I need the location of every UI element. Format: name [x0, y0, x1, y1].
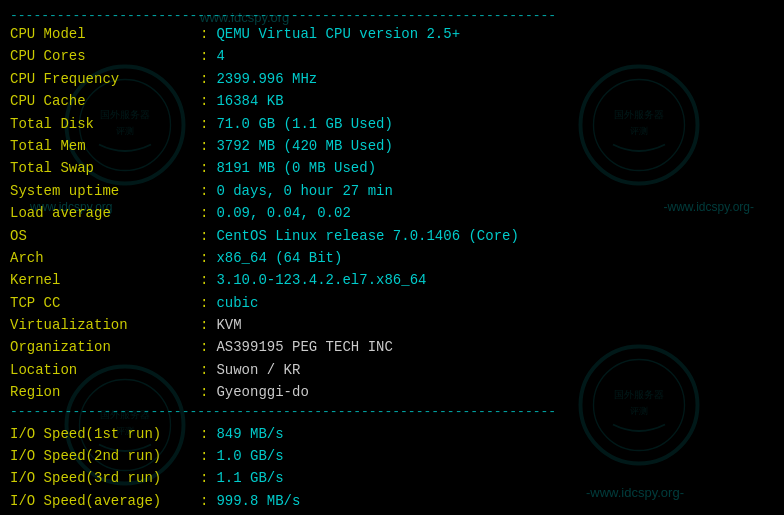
row-label: CPU Frequency [10, 68, 200, 90]
row-value: x86_64 (64 Bit) [216, 247, 342, 269]
row-label: Virtualization [10, 314, 200, 336]
table-row: Region: Gyeonggi-do [10, 381, 774, 403]
row-label: I/O Speed(3rd run) [10, 467, 200, 489]
system-info-section: CPU Model: QEMU Virtual CPU version 2.5+… [10, 23, 774, 404]
row-value: 2399.996 MHz [216, 68, 317, 90]
table-row: OS: CentOS Linux release 7.0.1406 (Core) [10, 225, 774, 247]
separator-top: ----------------------------------------… [10, 8, 774, 23]
table-row: Total Mem: 3792 MB (420 MB Used) [10, 135, 774, 157]
row-label: Region [10, 381, 200, 403]
row-label: CPU Cores [10, 45, 200, 67]
table-row: Total Swap: 8191 MB (0 MB Used) [10, 157, 774, 179]
row-label: Load average [10, 202, 200, 224]
separator-mid: ----------------------------------------… [10, 404, 774, 419]
row-value: AS399195 PEG TECH INC [216, 336, 392, 358]
row-value: QEMU Virtual CPU version 2.5+ [216, 23, 460, 45]
table-row: I/O Speed(2nd run): 1.0 GB/s [10, 445, 774, 467]
table-row: CPU Frequency: 2399.996 MHz [10, 68, 774, 90]
table-row: Virtualization: KVM [10, 314, 774, 336]
row-value: 3.10.0-123.4.2.el7.x86_64 [216, 269, 426, 291]
table-row: Location: Suwon / KR [10, 359, 774, 381]
row-label: I/O Speed(2nd run) [10, 445, 200, 467]
row-colon: : [200, 467, 208, 489]
row-label: Total Disk [10, 113, 200, 135]
table-row: TCP CC: cubic [10, 292, 774, 314]
row-colon: : [200, 247, 208, 269]
row-value: 3792 MB (420 MB Used) [216, 135, 392, 157]
table-row: Organization: AS399195 PEG TECH INC [10, 336, 774, 358]
row-value: 0.09, 0.04, 0.02 [216, 202, 350, 224]
row-label: I/O Speed(1st run) [10, 423, 200, 445]
row-label: I/O Speed(average) [10, 490, 200, 512]
row-value: CentOS Linux release 7.0.1406 (Core) [216, 225, 518, 247]
row-label: Total Mem [10, 135, 200, 157]
row-colon: : [200, 381, 208, 403]
table-row: Total Disk: 71.0 GB (1.1 GB Used) [10, 113, 774, 135]
row-value: Suwon / KR [216, 359, 300, 381]
row-value: 1.1 GB/s [216, 467, 283, 489]
row-colon: : [200, 292, 208, 314]
row-colon: : [200, 336, 208, 358]
row-value: cubic [216, 292, 258, 314]
row-value: 1.0 GB/s [216, 445, 283, 467]
row-colon: : [200, 490, 208, 512]
row-value: 999.8 MB/s [216, 490, 300, 512]
row-colon: : [200, 45, 208, 67]
table-row: CPU Cores: 4 [10, 45, 774, 67]
row-value: 4 [216, 45, 224, 67]
row-label: Organization [10, 336, 200, 358]
row-label: TCP CC [10, 292, 200, 314]
row-value: 8191 MB (0 MB Used) [216, 157, 376, 179]
row-colon: : [200, 225, 208, 247]
row-colon: : [200, 113, 208, 135]
row-label: Arch [10, 247, 200, 269]
table-row: I/O Speed(1st run): 849 MB/s [10, 423, 774, 445]
row-colon: : [200, 314, 208, 336]
row-value: Gyeonggi-do [216, 381, 308, 403]
table-row: Load average: 0.09, 0.04, 0.02 [10, 202, 774, 224]
row-label: CPU Cache [10, 90, 200, 112]
row-value: 849 MB/s [216, 423, 283, 445]
row-value: 0 days, 0 hour 27 min [216, 180, 392, 202]
row-label: CPU Model [10, 23, 200, 45]
table-row: I/O Speed(average): 999.8 MB/s [10, 490, 774, 512]
row-colon: : [200, 180, 208, 202]
table-row: CPU Cache: 16384 KB [10, 90, 774, 112]
table-row: CPU Model: QEMU Virtual CPU version 2.5+ [10, 23, 774, 45]
row-label: System uptime [10, 180, 200, 202]
row-colon: : [200, 202, 208, 224]
row-label: Total Swap [10, 157, 200, 179]
row-label: Location [10, 359, 200, 381]
row-value: 71.0 GB (1.1 GB Used) [216, 113, 392, 135]
row-colon: : [200, 359, 208, 381]
table-row: I/O Speed(3rd run): 1.1 GB/s [10, 467, 774, 489]
table-row: System uptime: 0 days, 0 hour 27 min [10, 180, 774, 202]
row-value: 16384 KB [216, 90, 283, 112]
io-speed-section: I/O Speed(1st run): 849 MB/sI/O Speed(2n… [10, 423, 774, 513]
row-colon: : [200, 423, 208, 445]
row-colon: : [200, 68, 208, 90]
table-row: Kernel: 3.10.0-123.4.2.el7.x86_64 [10, 269, 774, 291]
table-row: Arch: x86_64 (64 Bit) [10, 247, 774, 269]
row-colon: : [200, 157, 208, 179]
row-value: KVM [216, 314, 241, 336]
row-colon: : [200, 23, 208, 45]
row-label: Kernel [10, 269, 200, 291]
row-colon: : [200, 269, 208, 291]
terminal-output: ----------------------------------------… [0, 0, 784, 515]
row-label: OS [10, 225, 200, 247]
row-colon: : [200, 90, 208, 112]
row-colon: : [200, 445, 208, 467]
row-colon: : [200, 135, 208, 157]
